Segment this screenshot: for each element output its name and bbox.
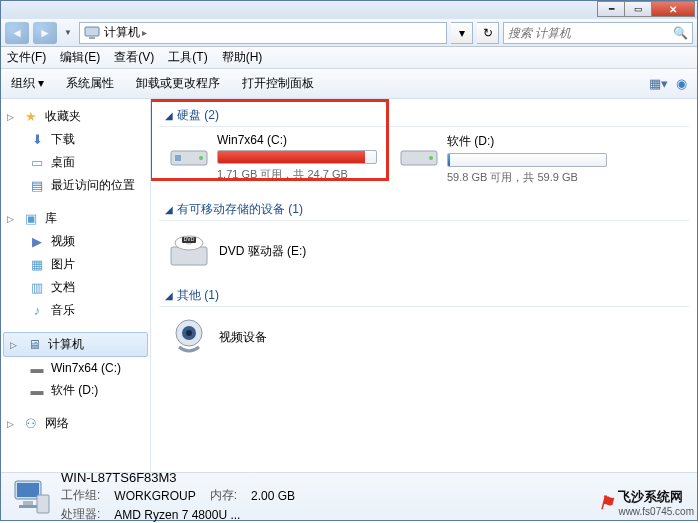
- menu-view[interactable]: 查看(V): [114, 49, 154, 66]
- favorites-icon: ★: [23, 109, 39, 125]
- device-name: 视频设备: [219, 329, 267, 346]
- network-icon: ⚇: [23, 416, 39, 432]
- drive-free-text: 1.71 GB 可用，共 24.7 GB: [217, 167, 379, 182]
- sidebar-network-label: 网络: [45, 415, 69, 432]
- menu-tools[interactable]: 工具(T): [168, 49, 207, 66]
- music-icon: ♪: [29, 303, 45, 319]
- desktop-icon: ▭: [29, 155, 45, 171]
- watermark-text: 飞沙系统网: [618, 488, 694, 506]
- sidebar-item-videos[interactable]: ▶ 视频: [1, 230, 150, 253]
- drive-c[interactable]: Win7x64 (C:) 1.71 GB 可用，共 24.7 GB: [169, 133, 379, 185]
- search-input[interactable]: [508, 26, 669, 40]
- svg-point-6: [429, 156, 433, 160]
- collapse-icon: ◢: [165, 110, 173, 121]
- section-hdd-title: 硬盘 (2): [177, 107, 219, 124]
- search-box[interactable]: 🔍: [503, 22, 693, 44]
- menu-file[interactable]: 文件(F): [7, 49, 46, 66]
- caret-icon: ▷: [10, 340, 20, 350]
- svg-rect-1: [89, 37, 95, 39]
- sidebar-item-recent[interactable]: ▤ 最近访问的位置: [1, 174, 150, 197]
- drive-usage-fill: [448, 154, 450, 166]
- drive-usage-fill: [218, 151, 365, 163]
- sidebar-item-label: Win7x64 (C:): [51, 361, 121, 375]
- control-panel-button[interactable]: 打开控制面板: [242, 75, 314, 92]
- menu-help[interactable]: 帮助(H): [222, 49, 263, 66]
- sidebar-favorites[interactable]: ▷ ★ 收藏夹: [1, 105, 150, 128]
- details-cpu-label: 处理器:: [61, 506, 100, 523]
- documents-icon: ▥: [29, 280, 45, 296]
- recent-icon: ▤: [29, 178, 45, 194]
- breadcrumb-separator-icon[interactable]: ▸: [140, 27, 149, 38]
- explorer-window: ━ ▭ ✕ ◄ ► ▼ 计算机 ▸ ▾ ↻ 🔍 文件(F) 编辑(E) 查看(V…: [0, 0, 698, 521]
- section-other[interactable]: ◢ 其他 (1): [159, 283, 689, 307]
- svg-rect-17: [23, 501, 33, 505]
- sidebar-computer[interactable]: ▷ 🖥 计算机: [3, 332, 148, 357]
- computer-icon: [84, 25, 100, 41]
- nav-history-dropdown[interactable]: ▼: [61, 22, 75, 44]
- menubar: 文件(F) 编辑(E) 查看(V) 工具(T) 帮助(H): [1, 47, 697, 69]
- help-icon[interactable]: ◉: [676, 76, 687, 91]
- sidebar-item-desktop[interactable]: ▭ 桌面: [1, 151, 150, 174]
- sidebar-item-downloads[interactable]: ⬇ 下载: [1, 128, 150, 151]
- dvd-drive[interactable]: DVD DVD 驱动器 (E:): [159, 227, 689, 275]
- svg-point-14: [186, 330, 192, 336]
- device-name: DVD 驱动器 (E:): [219, 243, 306, 260]
- drive-free-text: 59.8 GB 可用，共 59.9 GB: [447, 170, 609, 185]
- section-removable-title: 有可移动存储的设备 (1): [177, 201, 303, 218]
- system-properties-button[interactable]: 系统属性: [66, 75, 114, 92]
- search-icon: 🔍: [673, 26, 688, 40]
- sidebar-libraries-label: 库: [45, 210, 57, 227]
- drive-usage-bar: [217, 150, 377, 164]
- details-workgroup: WORKGROUP: [114, 489, 195, 503]
- address-bar[interactable]: 计算机 ▸: [79, 22, 447, 44]
- hard-drive-icon: [169, 133, 209, 173]
- sidebar-item-pictures[interactable]: ▦ 图片: [1, 253, 150, 276]
- sidebar-item-label: 软件 (D:): [51, 382, 98, 399]
- section-hdd[interactable]: ◢ 硬盘 (2): [159, 103, 689, 127]
- svg-text:DVD: DVD: [184, 236, 195, 242]
- body: ▷ ★ 收藏夹 ⬇ 下载 ▭ 桌面 ▤ 最近访问的位置: [1, 99, 697, 472]
- svg-rect-19: [37, 495, 49, 513]
- sidebar-computer-label: 计算机: [48, 336, 84, 353]
- maximize-button[interactable]: ▭: [624, 1, 652, 17]
- sidebar-item-label: 视频: [51, 233, 75, 250]
- details-computer-name: WIN-L87TS6F83M3: [61, 470, 295, 485]
- sidebar: ▷ ★ 收藏夹 ⬇ 下载 ▭ 桌面 ▤ 最近访问的位置: [1, 99, 151, 472]
- sidebar-item-music[interactable]: ♪ 音乐: [1, 299, 150, 322]
- view-options-icon[interactable]: ▦▾: [649, 76, 668, 91]
- minimize-button[interactable]: ━: [597, 1, 625, 17]
- caret-icon: ▷: [7, 419, 17, 429]
- sidebar-item-label: 最近访问的位置: [51, 177, 135, 194]
- refresh-button[interactable]: ↻: [477, 22, 499, 44]
- sidebar-item-label: 桌面: [51, 154, 75, 171]
- sidebar-libraries[interactable]: ▷ ▣ 库: [1, 207, 150, 230]
- svg-rect-3: [175, 155, 181, 161]
- svg-point-4: [199, 156, 203, 160]
- sidebar-network[interactable]: ▷ ⚇ 网络: [1, 412, 150, 435]
- menu-edit[interactable]: 编辑(E): [60, 49, 100, 66]
- navbar: ◄ ► ▼ 计算机 ▸ ▾ ↻ 🔍: [1, 19, 697, 47]
- sidebar-item-documents[interactable]: ▥ 文档: [1, 276, 150, 299]
- address-dropdown-button[interactable]: ▾: [451, 22, 473, 44]
- svg-rect-16: [17, 483, 39, 497]
- watermark-url: www.fs0745.com: [618, 506, 694, 517]
- details-cpu: AMD Ryzen 7 4800U ...: [114, 508, 295, 522]
- main-content: ◢ 硬盘 (2) Win7x64 (C:) 1.71 GB 可用，共 24.7 …: [151, 99, 697, 472]
- close-button[interactable]: ✕: [651, 1, 695, 17]
- section-removable[interactable]: ◢ 有可移动存储的设备 (1): [159, 197, 689, 221]
- svg-rect-0: [85, 27, 99, 36]
- organize-button[interactable]: 组织 ▾: [11, 75, 44, 92]
- sidebar-item-drive-c[interactable]: ▬ Win7x64 (C:): [1, 357, 150, 379]
- back-button[interactable]: ◄: [5, 22, 29, 44]
- sidebar-item-label: 音乐: [51, 302, 75, 319]
- watermark-icon: ⚑: [598, 492, 614, 514]
- caret-icon: ▷: [7, 214, 17, 224]
- forward-button[interactable]: ►: [33, 22, 57, 44]
- sidebar-item-drive-d[interactable]: ▬ 软件 (D:): [1, 379, 150, 402]
- video-device[interactable]: 视频设备: [159, 313, 689, 361]
- sidebar-item-label: 文档: [51, 279, 75, 296]
- computer-icon: [11, 477, 51, 517]
- drive-d[interactable]: 软件 (D:) 59.8 GB 可用，共 59.9 GB: [399, 133, 609, 185]
- download-icon: ⬇: [29, 132, 45, 148]
- uninstall-button[interactable]: 卸载或更改程序: [136, 75, 220, 92]
